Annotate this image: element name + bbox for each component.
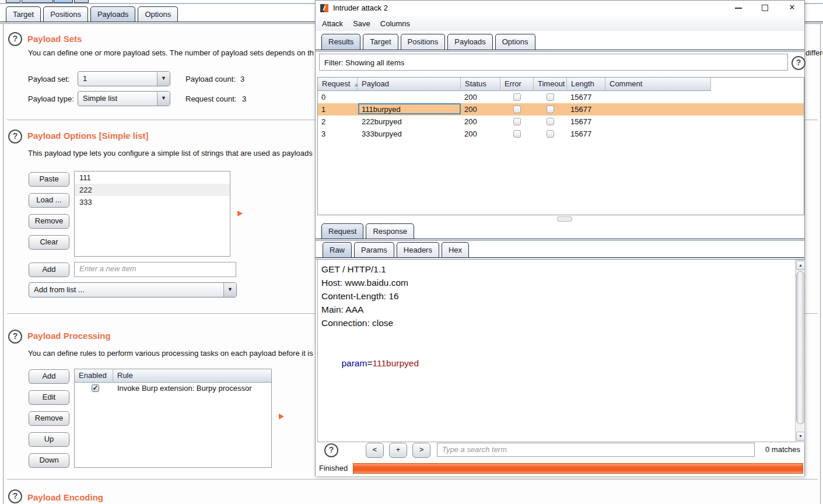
results-table: Request▲ Payload Status Error Timeout Le… [317, 77, 804, 215]
search-input[interactable]: Type a search term [437, 443, 755, 457]
load-button[interactable]: Load ... [29, 193, 69, 208]
processing-add-button[interactable]: Add [29, 369, 69, 384]
column-header-request[interactable]: Request▲ [318, 78, 358, 90]
request-editor[interactable]: GET / HTTP/1.1 Host: www.baidu.com Conte… [317, 260, 796, 442]
intruder-attack-window: Intruder attack 2 ✕ Attack Save Columns … [315, 0, 805, 476]
add-button[interactable]: Add [29, 262, 69, 277]
tab-headers[interactable]: Headers [397, 242, 439, 258]
tab-raw[interactable]: Raw [323, 242, 352, 258]
error-checkbox[interactable] [513, 118, 521, 125]
maximize-button[interactable] [756, 2, 773, 13]
help-icon[interactable]: ? [8, 489, 22, 503]
tab-options[interactable]: Options [495, 34, 535, 50]
payload-set-label: Payload set: [28, 75, 70, 83]
column-header-enabled[interactable]: Enabled [75, 369, 113, 382]
menu-columns[interactable]: Columns [380, 19, 410, 28]
error-checkbox[interactable] [513, 130, 521, 138]
splitter-handle[interactable] [557, 216, 572, 222]
add-from-list-select[interactable]: Add from list ... ▼ [29, 282, 237, 298]
timeout-checkbox[interactable] [547, 93, 554, 101]
request-count-value: 3 [242, 94, 246, 103]
payload-list-item[interactable]: 111 [75, 172, 230, 184]
scroll-down-icon[interactable]: ▼ [796, 432, 805, 441]
clipped-text-fragment: differe [806, 48, 823, 57]
result-row-2[interactable]: 2 222burpyed 200 15677 [318, 116, 804, 128]
clear-button[interactable]: Clear [29, 235, 69, 250]
tab-options[interactable]: Options [138, 6, 178, 22]
payload-type-select[interactable]: Simple list ▼ [78, 91, 170, 106]
tab-params[interactable]: Params [354, 242, 394, 258]
column-header-comment[interactable]: Comment [605, 78, 711, 90]
search-prev-button[interactable]: < [366, 443, 384, 458]
tab-target[interactable]: Target [363, 34, 398, 50]
payload-set-select[interactable]: 1 ▼ [78, 71, 170, 86]
tab-target[interactable]: Target [6, 6, 41, 22]
payload-cell-focused[interactable]: 111burpyed [358, 103, 461, 114]
window-title: Intruder attack 2 [333, 4, 388, 12]
attack-status-label: Finished [319, 464, 348, 473]
column-header-payload[interactable]: Payload [358, 78, 461, 90]
payload-set-value: 1 [83, 72, 156, 85]
scroll-up-icon[interactable]: ▲ [796, 261, 805, 270]
help-icon[interactable]: ? [324, 443, 338, 457]
remove-button[interactable]: Remove [29, 214, 69, 229]
tab-bar-divider [316, 239, 804, 241]
new-item-input[interactable]: Enter a new item [74, 262, 236, 277]
processing-remove-button[interactable]: Remove [29, 411, 69, 426]
help-icon[interactable]: ? [8, 32, 22, 46]
rule-enabled-checkbox[interactable]: ✓ [92, 384, 99, 392]
result-row-3[interactable]: 3 333burpyed 200 15677 [318, 128, 804, 140]
scrollbar-thumb[interactable] [796, 271, 805, 424]
filter-bar[interactable]: Filter: Showing all items [319, 54, 788, 71]
section-divider [7, 479, 818, 480]
rule-row[interactable]: ✓ Invoke Burp extension: Burpy processor [75, 382, 271, 394]
tab-positions[interactable]: Positions [43, 6, 88, 22]
help-icon[interactable]: ? [8, 130, 22, 144]
tab-response[interactable]: Response [366, 223, 414, 239]
vertical-scrollbar[interactable]: ▲ ▼ [795, 260, 805, 442]
tab-payloads[interactable]: Payloads [90, 6, 135, 22]
tab-results[interactable]: Results [321, 34, 360, 50]
tab-positions[interactable]: Positions [401, 34, 446, 50]
column-header-status[interactable]: Status [461, 78, 500, 90]
request-line: Content-Length: 16 [321, 289, 399, 303]
screen: Target Positions Payloads Options ? Payl… [0, 0, 823, 504]
column-header-length[interactable]: Length [567, 78, 605, 90]
tab-payloads[interactable]: Payloads [447, 34, 492, 50]
search-next-button[interactable]: > [412, 443, 430, 458]
status-row: Finished [316, 460, 804, 476]
payload-list-item[interactable]: 222 [75, 184, 230, 196]
error-checkbox[interactable] [513, 106, 521, 113]
tab-request[interactable]: Request [321, 223, 363, 239]
column-header-rule[interactable]: Rule [113, 369, 271, 382]
payload-list-item[interactable]: 333 [75, 196, 230, 208]
minimize-button[interactable] [730, 2, 747, 13]
pointer-arrow-icon [237, 211, 243, 216]
result-row-0[interactable]: 0 200 15677 [318, 91, 804, 103]
help-icon[interactable]: ? [8, 330, 22, 344]
title-bar[interactable]: Intruder attack 2 ✕ [316, 1, 804, 16]
help-icon[interactable]: ? [792, 56, 806, 70]
menu-attack[interactable]: Attack [322, 19, 343, 28]
chevron-down-icon[interactable]: ▼ [157, 72, 170, 86]
timeout-checkbox[interactable] [547, 130, 554, 138]
menu-save[interactable]: Save [353, 19, 370, 28]
column-header-error[interactable]: Error [500, 78, 534, 90]
result-row-1-selected[interactable]: 1 111burpyed 200 15677 [318, 103, 804, 116]
message-viewer-tabs: Request Response [321, 223, 414, 239]
processing-rules-table: Enabled Rule ✓ Invoke Burp extension: Bu… [74, 369, 272, 468]
chevron-down-icon[interactable]: ▼ [157, 92, 170, 106]
paste-button[interactable]: Paste [29, 172, 69, 187]
processing-up-button[interactable]: Up [29, 432, 69, 447]
search-add-button[interactable]: + [389, 443, 407, 458]
timeout-checkbox[interactable] [547, 106, 554, 113]
chevron-down-icon[interactable]: ▼ [223, 283, 236, 297]
processing-edit-button[interactable]: Edit [29, 390, 69, 405]
processing-down-button[interactable]: Down [29, 453, 69, 468]
close-button[interactable]: ✕ [783, 2, 801, 13]
column-header-timeout[interactable]: Timeout [534, 78, 567, 90]
tab-hex[interactable]: Hex [442, 242, 469, 258]
timeout-checkbox[interactable] [547, 118, 554, 125]
error-checkbox[interactable] [513, 93, 521, 101]
burp-app-icon [320, 4, 328, 12]
